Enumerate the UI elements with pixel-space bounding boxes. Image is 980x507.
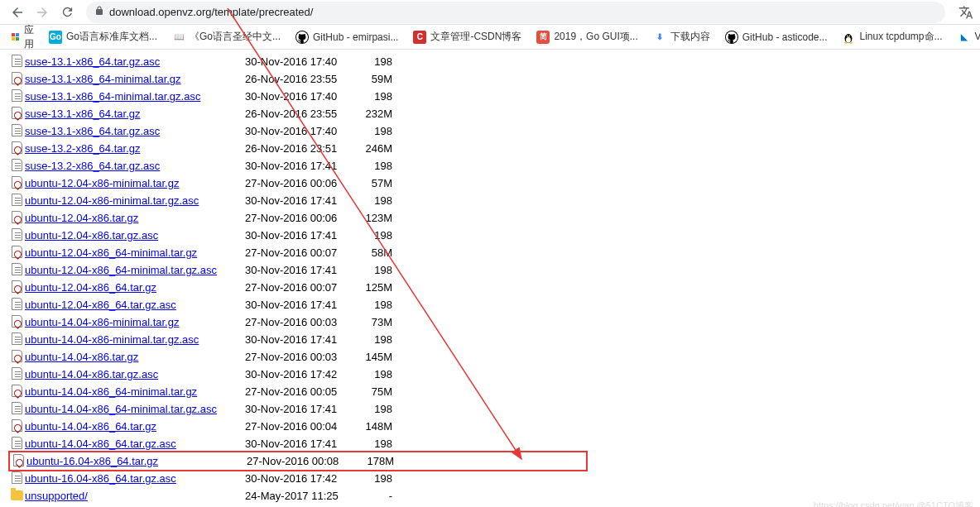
file-link[interactable]: suse-13.1-x86_64-minimal.tar.gz: [25, 73, 181, 85]
file-link[interactable]: ubuntu-14.04-x86_64.tar.gz.asc: [25, 438, 176, 450]
apps-label: 应用: [24, 23, 34, 51]
file-link[interactable]: suse-13.2-x86_64.tar.gz: [25, 142, 140, 155]
bookmark-item[interactable]: GitHub - emirpasi...: [289, 28, 405, 46]
address-bar[interactable]: [86, 2, 945, 23]
file-row: ubuntu-12.04-x86_64-minimal.tar.gz.asc30…: [8, 261, 972, 279]
text-file-icon: [8, 194, 25, 208]
bookmark-item[interactable]: Linux tcpdump命...: [835, 27, 949, 46]
reload-button[interactable]: [56, 2, 78, 23]
file-link[interactable]: suse-13.1-x86_64.tar.gz.asc: [25, 55, 160, 68]
file-size: 123M: [356, 212, 392, 224]
url-input[interactable]: [109, 6, 937, 18]
file-link[interactable]: ubuntu-14.04-x86-minimal.tar.gz.asc: [25, 333, 199, 346]
archive-icon: [8, 315, 25, 330]
forward-button[interactable]: [31, 2, 53, 23]
file-size: -: [356, 490, 392, 502]
file-size: 59M: [356, 73, 392, 85]
text-file-icon: [8, 471, 25, 486]
bookmark-item[interactable]: GitHub - asticode...: [718, 28, 834, 46]
file-size: 198: [356, 264, 392, 276]
file-link[interactable]: suse-13.2-x86_64.tar.gz.asc: [25, 160, 160, 172]
file-date: 26-Nov-2016 23:51: [245, 142, 356, 155]
file-link[interactable]: ubuntu-14.04-x86_64-minimal.tar.gz.asc: [25, 403, 217, 415]
file-date: 30-Nov-2016 17:41: [245, 438, 356, 450]
file-date: 30-Nov-2016 17:41: [245, 403, 356, 415]
apps-button[interactable]: 应用: [7, 22, 39, 53]
file-date: 30-Nov-2016 17:41: [245, 160, 356, 172]
file-size: 198: [356, 194, 392, 207]
file-link[interactable]: ubuntu-16.04-x86_64.tar.gz.asc: [25, 472, 176, 485]
bookmark-item[interactable]: ◣VSCode调试go语...: [951, 27, 980, 46]
file-link[interactable]: suse-13.1-x86_64.tar.gz: [25, 108, 140, 120]
file-size: 232M: [356, 108, 392, 120]
file-date: 27-Nov-2016 00:04: [245, 420, 356, 433]
file-link[interactable]: ubuntu-12.04-x86_64-minimal.tar.gz.asc: [25, 264, 217, 276]
directory-listing: suse-13.1-x86_64.tar.gz.asc30-Nov-2016 1…: [0, 50, 980, 507]
text-file-icon: [8, 263, 25, 278]
file-date: 30-Nov-2016 17:42: [245, 368, 356, 380]
file-row: suse-13.1-x86_64.tar.gz.asc30-Nov-2016 1…: [8, 122, 972, 140]
file-row: ubuntu-12.04-x86_64.tar.gz27-Nov-2016 00…: [8, 279, 972, 296]
file-link[interactable]: ubuntu-12.04-x86-minimal.tar.gz: [25, 177, 179, 189]
file-link[interactable]: ubuntu-14.04-x86_64-minimal.tar.gz: [25, 385, 197, 398]
file-link[interactable]: ubuntu-14.04-x86_64.tar.gz: [25, 420, 156, 433]
file-row: ubuntu-12.04-x86_64-minimal.tar.gz27-Nov…: [8, 244, 972, 261]
file-date: 27-Nov-2016 00:05: [245, 385, 356, 398]
bookmark-label: GitHub - emirpasi...: [313, 31, 398, 43]
text-file-icon: [8, 159, 25, 174]
file-row: ubuntu-12.04-x86.tar.gz27-Nov-2016 00:06…: [8, 209, 972, 227]
file-row: ubuntu-16.04-x86_64.tar.gz.asc30-Nov-201…: [8, 470, 972, 487]
file-date: 26-Nov-2016 23:55: [245, 73, 356, 85]
file-link[interactable]: suse-13.1-x86_64-minimal.tar.gz.asc: [25, 90, 200, 103]
file-link[interactable]: ubuntu-12.04-x86-minimal.tar.gz.asc: [25, 194, 199, 207]
file-size: 198: [356, 472, 392, 485]
svg-point-4: [848, 36, 850, 38]
file-link[interactable]: ubuntu-12.04-x86_64.tar.gz.asc: [25, 299, 176, 311]
file-size: 178M: [358, 455, 394, 467]
archive-icon: [8, 350, 25, 365]
file-date: 27-Nov-2016 00:06: [245, 212, 356, 224]
bookmark-item[interactable]: 📖《Go语言圣经中文...: [166, 27, 287, 46]
file-row: ubuntu-14.04-x86-minimal.tar.gz27-Nov-20…: [8, 313, 972, 331]
file-row: suse-13.2-x86_64.tar.gz26-Nov-2016 23:51…: [8, 140, 972, 157]
file-date: 30-Nov-2016 17:40: [245, 55, 356, 68]
file-size: 198: [356, 55, 392, 68]
file-size: 198: [356, 333, 392, 346]
text-file-icon: [8, 332, 25, 347]
file-row: suse-13.1-x86_64.tar.gz.asc30-Nov-2016 1…: [8, 53, 972, 70]
file-link[interactable]: ubuntu-14.04-x86.tar.gz.asc: [25, 368, 158, 380]
file-link[interactable]: suse-13.1-x86_64.tar.gz.asc: [25, 125, 160, 137]
bookmark-label: 文章管理-CSDN博客: [430, 30, 521, 44]
bookmark-item[interactable]: 简2019，Go GUI项...: [530, 27, 644, 46]
text-file-icon: [8, 402, 25, 417]
bookmark-item[interactable]: GoGo语言标准库文档...: [42, 27, 164, 46]
file-date: 30-Nov-2016 17:41: [245, 264, 356, 276]
file-link[interactable]: ubuntu-14.04-x86-minimal.tar.gz: [25, 316, 179, 328]
file-size: 125M: [356, 281, 392, 294]
file-date: 30-Nov-2016 17:42: [245, 472, 356, 485]
file-row: ubuntu-14.04-x86_64.tar.gz27-Nov-2016 00…: [8, 418, 972, 435]
bookmark-label: 2019，Go GUI项...: [554, 30, 637, 44]
bookmark-item[interactable]: C文章管理-CSDN博客: [406, 27, 528, 46]
archive-icon: [8, 419, 25, 434]
archive-icon: [8, 246, 25, 261]
bookmark-label: 《Go语言圣经中文...: [190, 30, 281, 44]
file-link[interactable]: ubuntu-12.04-x86_64.tar.gz: [25, 281, 156, 294]
file-date: 24-May-2017 11:25: [245, 490, 356, 502]
file-link[interactable]: ubuntu-14.04-x86.tar.gz: [25, 351, 138, 363]
file-date: 30-Nov-2016 17:41: [245, 194, 356, 207]
file-date: 27-Nov-2016 00:03: [245, 351, 356, 363]
back-button[interactable]: [7, 2, 28, 23]
translate-icon[interactable]: [958, 5, 973, 20]
file-row: ubuntu-16.04-x86_64.tar.gz27-Nov-2016 00…: [8, 451, 588, 471]
file-size: 145M: [356, 351, 392, 363]
text-file-icon: [8, 367, 25, 382]
file-row: ubuntu-12.04-x86-minimal.tar.gz.asc30-No…: [8, 192, 972, 209]
file-link[interactable]: ubuntu-12.04-x86.tar.gz.asc: [25, 229, 158, 242]
bookmark-item[interactable]: ⬇下载内容: [646, 27, 717, 46]
file-link[interactable]: ubuntu-12.04-x86_64-minimal.tar.gz: [25, 246, 197, 259]
archive-icon: [10, 454, 26, 469]
file-link[interactable]: ubuntu-12.04-x86.tar.gz: [25, 212, 138, 224]
file-link[interactable]: ubuntu-16.04-x86_64.tar.gz: [26, 455, 158, 467]
file-link[interactable]: unsupported/: [25, 490, 88, 502]
